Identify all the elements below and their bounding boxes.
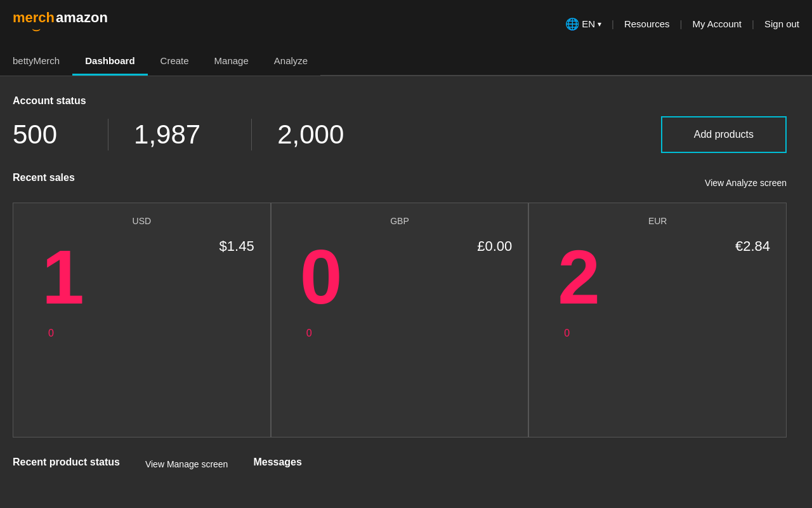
- usd-amount: $1.45: [219, 238, 254, 255]
- gbp-amount: £0.00: [477, 238, 512, 255]
- stat-divider-2: [251, 119, 252, 150]
- nav-item-dashboard[interactable]: Dashboard: [72, 48, 147, 76]
- separator-1: |: [612, 18, 614, 29]
- main-content: Account status 500 1,987 2,000 Add produ…: [0, 76, 812, 488]
- stat-value-3: 2,000: [277, 119, 369, 150]
- chevron-down-icon: ▾: [598, 20, 601, 29]
- my-account-link[interactable]: My Account: [693, 18, 742, 29]
- account-status-section: Account status 500 1,987 2,000 Add produ…: [0, 89, 799, 166]
- usd-currency-label: USD: [29, 216, 254, 226]
- lang-selector[interactable]: 🌐 EN ▾: [565, 17, 601, 31]
- view-manage-area: View Manage screen: [145, 459, 228, 469]
- separator-3: |: [752, 18, 754, 29]
- nav-item-bettymerch[interactable]: bettyMerch: [0, 48, 72, 76]
- recent-sales-header: Recent sales View Analyze screen: [13, 172, 787, 193]
- sales-card-gbp: GBP 0 £0.00 0: [271, 203, 529, 438]
- header-right: 🌐 EN ▾ | Resources | My Account | Sign o…: [565, 17, 799, 31]
- sales-card-usd: USD 1 $1.45 0: [13, 203, 271, 438]
- nav-item-manage[interactable]: Manage: [202, 48, 261, 76]
- resources-link[interactable]: Resources: [624, 18, 670, 29]
- view-analyze-link[interactable]: View Analyze screen: [705, 178, 787, 188]
- lang-label: EN: [582, 18, 595, 29]
- product-status-area: Recent product status: [13, 457, 120, 469]
- sales-cards: USD 1 $1.45 0 GBP 0 £0.00 0 EUR 2 €2.84 …: [13, 203, 787, 438]
- sales-card-eur: EUR 2 €2.84 0: [528, 203, 787, 438]
- messages-title: Messages: [253, 457, 302, 468]
- recent-sales-title: Recent sales: [13, 172, 75, 184]
- nav-item-create[interactable]: Create: [148, 48, 202, 76]
- header: merch amazon ⌣ 🌐 EN ▾ | Resources | My A…: [0, 0, 812, 48]
- logo-area: merch amazon ⌣: [13, 11, 108, 37]
- bottom-section: Recent product status View Manage screen…: [0, 450, 799, 476]
- stat-value-2: 1,987: [134, 119, 226, 150]
- eur-bottom-number: 0: [545, 328, 770, 339]
- recent-sales-section: Recent sales View Analyze screen USD 1 $…: [0, 166, 799, 450]
- gbp-bottom-number: 0: [287, 328, 513, 339]
- separator-2: |: [680, 18, 683, 29]
- gbp-currency-label: GBP: [287, 216, 513, 226]
- nav-bar: bettyMerch Dashboard Create Manage Analy…: [0, 48, 812, 76]
- stat-value-1: 500: [13, 119, 82, 150]
- nav-item-analyze[interactable]: Analyze: [261, 48, 320, 76]
- stat-divider-1: [108, 119, 108, 150]
- view-manage-link[interactable]: View Manage screen: [145, 459, 228, 469]
- eur-amount: €2.84: [735, 238, 770, 255]
- sign-out-link[interactable]: Sign out: [764, 18, 799, 29]
- product-status-title: Recent product status: [13, 457, 120, 468]
- account-status-title: Account status: [13, 95, 787, 107]
- usd-bottom-number: 0: [29, 328, 254, 339]
- account-stats: 500 1,987 2,000 Add products: [13, 116, 787, 153]
- add-products-button[interactable]: Add products: [661, 116, 787, 153]
- messages-area: Messages: [253, 457, 302, 469]
- globe-icon: 🌐: [565, 17, 579, 31]
- eur-currency-label: EUR: [545, 216, 770, 226]
